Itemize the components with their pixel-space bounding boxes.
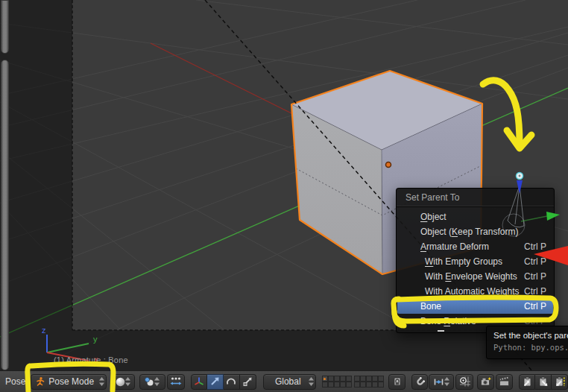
opengl-render-anim-button[interactable] [496,374,513,390]
lock-icon [392,376,403,387]
menu-item[interactable]: Object [397,209,553,224]
updown-arrows-icon [125,377,130,386]
updown-arrows-icon [444,377,449,386]
menu-more-indicator [438,330,444,332]
layer-cell[interactable] [372,376,378,382]
layer-cell[interactable] [354,382,360,388]
translate-arrow-icon [209,376,220,387]
layer-cell[interactable] [346,376,352,382]
tooltip-python: Python: bpy.ops.o [493,343,568,352]
left-scrollbar-upper[interactable] [1,0,9,54]
camera-passepartout-left [0,0,72,330]
pose-menu[interactable]: Pose [5,376,25,387]
transform-orientation-dropdown[interactable]: Global [263,374,316,390]
pose-clipboard-group [519,374,568,390]
paste-pose-icon [538,376,549,387]
manipulate-center-points-toggle[interactable] [167,374,185,390]
rotate-arc-icon [226,376,236,387]
camera-icon [480,376,491,387]
left-scrollbar-lower[interactable] [1,60,9,370]
pivot-point-dropdown[interactable] [139,374,165,390]
viewport-header: Pose Pose Mode [0,370,568,392]
menu-item[interactable]: Object (Keep Transform) [397,224,553,239]
copy-pose-icon [522,376,532,387]
manipulator-toggle-button[interactable] [191,374,207,390]
shading-solid-sphere-icon [116,377,125,387]
world-x-axis-line [151,43,293,114]
opengl-render-button[interactable] [477,374,494,390]
blender-window: z y x (1) Armature : Bone Set Parent To … [0,0,568,392]
layer-cell[interactable] [340,382,346,388]
layer-cell[interactable] [340,376,346,382]
layer-cell[interactable] [334,382,340,388]
lock-to-scene-toggle[interactable] [388,374,406,390]
gizmo-z-label: z [42,326,46,335]
viewport-shading-dropdown[interactable] [111,374,135,390]
pose-mode-icon [35,376,45,387]
snap-increment-icon [433,377,444,387]
viewport-info-text: (1) Armature : Bone [54,355,128,364]
menu-item[interactable]: With Automatic WeightsCtrl P [397,284,553,299]
rotate-manipulator-button[interactable] [224,374,240,390]
axis-tripod-icon [194,376,204,387]
layer-cell[interactable] [328,376,334,382]
layer-cell[interactable] [346,382,352,388]
menu-item[interactable]: With Empty GroupsCtrl P [397,254,553,269]
snap-target-icon [459,376,470,387]
copy-pose-button[interactable] [519,374,535,390]
layer-cell[interactable] [354,376,360,382]
tooltip: Set the object's pare Python: bpy.ops.o [486,326,568,359]
layer-cell[interactable] [360,376,366,382]
updown-arrows-icon [154,377,160,386]
magnet-icon [415,377,425,387]
mode-dropdown-label: Pose Mode [48,376,96,387]
menu-separator [397,206,554,207]
paste-flipped-pose-icon [555,376,565,387]
paste-flipped-pose-button[interactable] [552,374,568,390]
clapperboard-icon [499,376,510,387]
menu-item[interactable]: Armature DeformCtrl P [397,239,553,254]
layer-cell[interactable] [328,382,334,388]
layers-widget [322,376,384,388]
layer-cell[interactable] [334,376,340,382]
mode-dropdown[interactable]: Pose Mode [31,374,107,390]
manipulator-button-group [191,374,256,390]
layer-cell[interactable] [366,376,372,382]
gizmo-y-label: y [93,335,98,344]
menu-title: Set Parent To [397,189,554,206]
updown-arrows-icon [309,377,314,386]
layer-cell[interactable] [322,376,328,382]
layers-grid-2[interactable] [354,376,384,388]
cube-origin-dot [386,162,391,168]
translate-manipulator-button[interactable] [207,374,224,390]
snap-toggle-button[interactable] [411,374,428,390]
menu-item[interactable]: BoneCtrl P [397,299,553,314]
layer-cell[interactable] [322,382,328,388]
menu-item[interactable]: With Envelope WeightsCtrl P [397,269,553,284]
paste-pose-button[interactable] [535,374,552,390]
pivot-point-icon [144,376,154,387]
orientation-label: Global [271,376,306,387]
snap-target-button[interactable] [455,374,473,390]
scale-manipulator-button[interactable] [240,374,256,390]
scale-icon [242,376,253,387]
layer-cell[interactable] [360,382,366,388]
layers-grid-1[interactable] [322,376,352,388]
tooltip-description: Set the object's pare [493,331,568,340]
center-points-icon [170,376,182,387]
layer-cell[interactable] [366,382,372,388]
layer-cell[interactable] [378,382,384,388]
snap-element-dropdown[interactable] [429,374,454,390]
layer-cell[interactable] [372,382,378,388]
layer-cell[interactable] [378,376,384,382]
updown-arrows-icon [99,377,104,386]
set-parent-menu: Set Parent To ObjectObject (Keep Transfo… [396,188,555,333]
